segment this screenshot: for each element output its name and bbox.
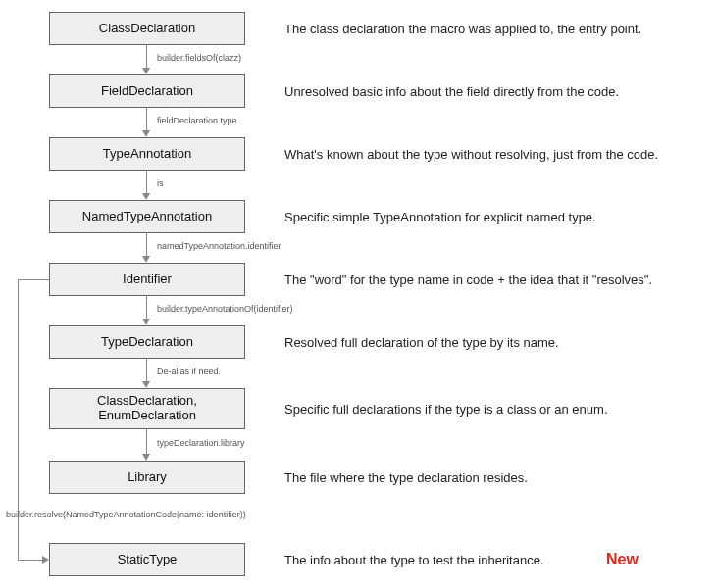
edge-label-side: builder.resolve(NamedTypeAnnotationCode(…: [6, 510, 246, 519]
edge-label-5-6: De-alias if need.: [157, 367, 221, 376]
arrow-1-2: [146, 108, 148, 137]
desc-text: Specific simple TypeAnnotation for expli…: [284, 210, 596, 224]
desc-field-declaration: Unresolved basic info about the field di…: [284, 74, 696, 108]
arrow-0-1: [146, 45, 148, 74]
node-label: ClassDeclaration: [99, 22, 195, 36]
node-library: Library: [49, 461, 245, 494]
edge-label-6-7: typeDeclaration.library: [157, 438, 245, 448]
side-edge-h2: [18, 560, 42, 561]
edge-label-3-4: namedTypeAnnotation.identifier: [157, 241, 281, 251]
node-field-declaration: FieldDeclaration: [49, 74, 245, 108]
desc-class-enum-declaration: Specific full declarations if the type i…: [284, 392, 696, 425]
node-label: StaticType: [118, 553, 178, 567]
edge-label-0-1: builder.fieldsOf(clazz): [157, 53, 241, 63]
flow-diagram: ClassDeclaration The class declaration t…: [0, 0, 716, 588]
node-static-type: StaticType: [49, 543, 245, 576]
desc-text: The "word" for the type name in code + t…: [284, 272, 652, 287]
node-identifier: Identifier: [49, 263, 245, 296]
arrow-6-7: [146, 429, 148, 461]
desc-identifier: The "word" for the type name in code + t…: [284, 263, 696, 296]
new-badge: New: [606, 551, 639, 568]
arrow-5-6: [146, 359, 148, 388]
edge-label-1-2: fieldDeclaration.type: [157, 116, 237, 125]
arrow-2-3: [146, 171, 148, 200]
edge-label-2-3: is: [157, 178, 164, 188]
desc-type-declaration: Resolved full declaration of the type by…: [284, 325, 696, 359]
node-label: TypeDeclaration: [101, 335, 193, 350]
node-label: NamedTypeAnnotation: [82, 210, 212, 224]
node-type-annotation: TypeAnnotation: [49, 137, 245, 171]
side-edge-h1: [18, 279, 49, 280]
node-label: Identifier: [123, 272, 172, 287]
node-label: FieldDeclaration: [101, 84, 193, 99]
side-arrowhead: [42, 556, 49, 564]
desc-text: The class declaration the macro was appl…: [284, 22, 641, 36]
desc-text: The info about the type to test the inhe…: [284, 553, 544, 567]
node-named-type-annotation: NamedTypeAnnotation: [49, 200, 245, 233]
desc-class-declaration: The class declaration the macro was appl…: [284, 12, 696, 45]
node-class-enum-declaration: ClassDeclaration, EnumDeclaration: [49, 388, 245, 429]
desc-text: Specific full declarations if the type i…: [284, 402, 608, 416]
desc-type-annotation: What's known about the type without reso…: [284, 137, 696, 171]
node-label: TypeAnnotation: [103, 147, 191, 162]
desc-named-type-annotation: Specific simple TypeAnnotation for expli…: [284, 200, 696, 233]
edge-label-4-5: builder.typeAnnotationOf(identifier): [157, 304, 293, 314]
node-class-declaration: ClassDeclaration: [49, 12, 245, 45]
desc-text: Unresolved basic info about the field di…: [284, 84, 619, 99]
arrow-4-5: [146, 296, 148, 325]
desc-library: The file where the type declaration resi…: [284, 461, 696, 494]
desc-text: Resolved full declaration of the type by…: [284, 335, 559, 350]
desc-text: What's known about the type without reso…: [284, 147, 658, 162]
node-label: Library: [128, 470, 167, 485]
node-label: ClassDeclaration, EnumDeclaration: [97, 394, 197, 423]
node-type-declaration: TypeDeclaration: [49, 325, 245, 359]
desc-text: The file where the type declaration resi…: [284, 470, 528, 485]
arrow-3-4: [146, 233, 148, 263]
